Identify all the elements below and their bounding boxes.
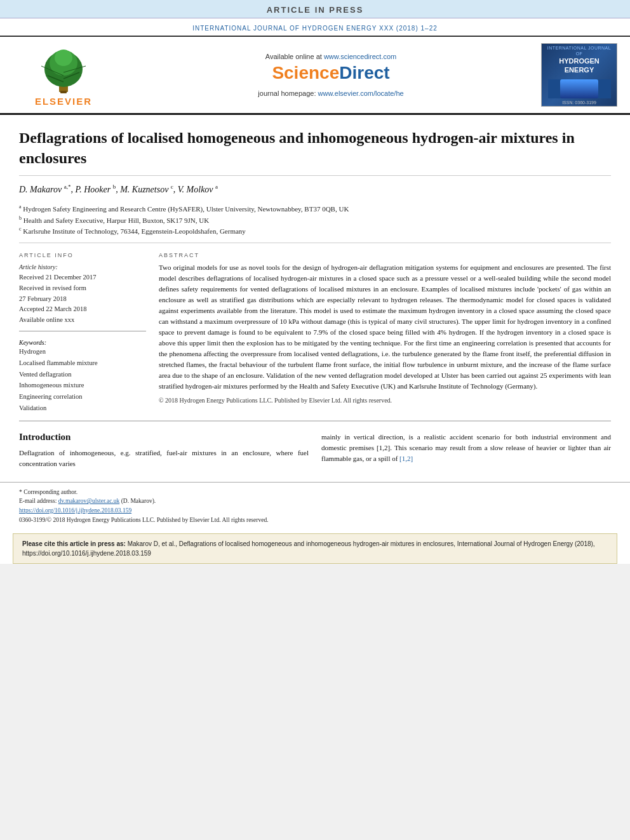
- abstract-column: ABSTRACT Two original models for use as …: [159, 252, 611, 414]
- journal-homepage-link[interactable]: www.elsevier.com/locate/he: [318, 90, 404, 97]
- received-revised-label: Received in revised form: [19, 283, 146, 294]
- top-header: ELSEVIER Available online at www.science…: [0, 37, 630, 115]
- footnote-area: * Corresponding author. E-mail address: …: [0, 482, 630, 527]
- journal-name-text: INTERNATIONAL JOURNAL OF HYDROGEN ENERGY…: [192, 25, 438, 32]
- elsevier-tree-icon: [29, 44, 98, 95]
- keyword-vented: Vented deflagration: [19, 369, 146, 380]
- page-wrapper: ARTICLE IN PRESS INTERNATIONAL JOURNAL O…: [0, 0, 630, 564]
- introduction-title: Introduction: [19, 432, 309, 443]
- journal-homepage-line: journal homepage: www.elsevier.com/locat…: [127, 90, 535, 97]
- received-date: Received 21 December 2017: [19, 272, 146, 283]
- keywords-section: Keywords: Hydrogen Localised flammable m…: [19, 339, 146, 414]
- svg-point-3: [55, 50, 72, 66]
- introduction-left-col: Introduction Deflagration of inhomogeneo…: [19, 432, 309, 469]
- sciencedirect-url-link[interactable]: www.sciencedirect.com: [324, 53, 396, 60]
- affiliations-section: a Hydrogen Safety Engineering and Resear…: [19, 199, 611, 243]
- keyword-engineering: Engineering correlation: [19, 391, 146, 403]
- article-in-press-banner: ARTICLE IN PRESS: [0, 0, 630, 18]
- available-online: Available online xxx: [19, 315, 146, 326]
- abstract-copyright: © 2018 Hydrogen Energy Publications LLC.…: [159, 397, 611, 404]
- corresponding-author-note: * Corresponding author.: [19, 488, 611, 497]
- keyword-hydrogen: Hydrogen: [19, 346, 146, 357]
- hydrogen-journal-cover: INTERNATIONAL JOURNAL OF HYDROGEN ENERGY…: [541, 43, 617, 107]
- available-online-text: Available online at www.sciencedirect.co…: [127, 53, 535, 60]
- affiliation-c: c Karlsruhe Institute of Technology, 763…: [19, 225, 611, 236]
- affiliation-b: b Health and Safety Executive, Harpur Hi…: [19, 215, 611, 225]
- introduction-right-text: mainly in vertical direction, is a reali…: [321, 432, 611, 464]
- article-main: Deflagrations of localised homogeneous a…: [0, 115, 630, 476]
- hydrogen-journal-title: HYDROGEN ENERGY: [544, 57, 614, 75]
- keyword-validation: Validation: [19, 403, 146, 414]
- info-divider: [19, 331, 146, 331]
- article-in-press-text: ARTICLE IN PRESS: [267, 5, 364, 15]
- article-info-column: ARTICLE INFO Article history: Received 2…: [19, 252, 146, 414]
- keyword-localised: Localised flammable mixture: [19, 357, 146, 369]
- article-title: Deflagrations of localised homogeneous a…: [19, 128, 611, 169]
- authors-text: D. Makarov a,*, P. Hooker b, M. Kuznetso…: [19, 183, 611, 195]
- introduction-section: Introduction Deflagration of inhomogeneo…: [19, 421, 611, 476]
- journal-header-line: INTERNATIONAL JOURNAL OF HYDROGEN ENERGY…: [0, 18, 630, 37]
- introduction-right-col: mainly in vertical direction, is a reali…: [321, 432, 611, 469]
- affiliation-a: a Hydrogen Safety Engineering and Resear…: [19, 203, 611, 214]
- accepted-date: Accepted 22 March 2018: [19, 304, 146, 315]
- abstract-label: ABSTRACT: [159, 252, 611, 258]
- elsevier-logo-area: ELSEVIER: [6, 44, 121, 107]
- article-info-block: Article history: Received 21 December 20…: [19, 262, 146, 326]
- introduction-left-text: Deflagration of inhomogeneous, e.g. stra…: [19, 448, 309, 469]
- email-note: E-mail address: dv.makarov@ulster.ac.uk …: [19, 497, 611, 505]
- introduction-ref: [1,2]: [399, 455, 413, 462]
- authors-section: D. Makarov a,*, P. Hooker b, M. Kuznetso…: [19, 176, 611, 200]
- sciencedirect-logo: ScienceDirect: [127, 63, 535, 83]
- article-history-label: Article history:: [19, 262, 146, 272]
- abstract-text: Two original models for use as novel too…: [159, 262, 611, 392]
- article-info-label: ARTICLE INFO: [19, 252, 146, 258]
- citation-bar: Please cite this article in press as: Ma…: [13, 533, 617, 564]
- article-title-section: Deflagrations of localised homogeneous a…: [19, 115, 611, 176]
- elsevier-label: ELSEVIER: [35, 96, 92, 107]
- svg-rect-8: [60, 91, 67, 93]
- keywords-label: Keywords:: [19, 339, 146, 346]
- introduction-two-col: Introduction Deflagration of inhomogeneo…: [19, 432, 611, 469]
- article-info-abstract-section: ARTICLE INFO Article history: Received 2…: [19, 243, 611, 421]
- author-email-link[interactable]: dv.makarov@ulster.ac.uk: [58, 498, 120, 504]
- footnote-copyright: 0360-3199/© 2018 Hydrogen Energy Publica…: [19, 517, 611, 523]
- doi-note: https://doi.org/10.1016/j.ijhydene.2018.…: [19, 506, 611, 515]
- doi-link[interactable]: https://doi.org/10.1016/j.ijhydene.2018.…: [19, 507, 131, 514]
- keyword-inhomogeneous: Inhomogeneous mixture: [19, 380, 146, 391]
- received-revised-date: 27 February 2018: [19, 294, 146, 305]
- citation-bar-text: Please cite this article in press as: Ma…: [22, 539, 608, 558]
- center-header: Available online at www.sciencedirect.co…: [121, 53, 541, 97]
